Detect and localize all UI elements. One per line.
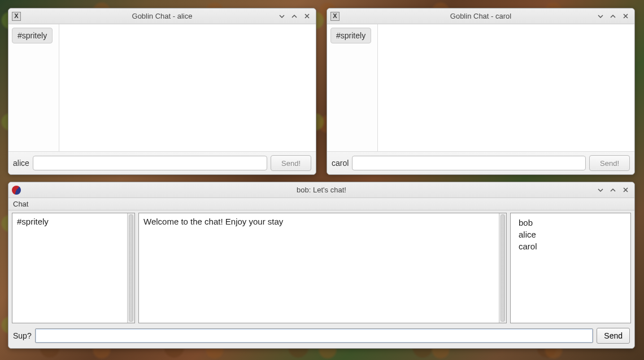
user-list-item[interactable]: carol	[515, 240, 626, 252]
chat-body: #spritely Welcome to the chat! Enjoy you…	[8, 210, 634, 324]
scrollbar[interactable]	[127, 213, 134, 323]
channel-list: #spritely	[8, 24, 59, 151]
message-panel: Welcome to the chat! Enjoy your stay	[138, 213, 507, 323]
menu-chat[interactable]: Chat	[13, 200, 28, 208]
window-carol: X Goblin Chat - carol #spritely carol Se…	[327, 8, 635, 175]
user-list-item[interactable]: alice	[515, 229, 626, 240]
titlebar-bob[interactable]: bob: Let's chat!	[8, 182, 634, 198]
window-title: Goblin Chat - alice	[8, 12, 316, 20]
chat-main: #spritely	[327, 24, 634, 151]
maximize-button[interactable]	[607, 11, 619, 21]
racket-icon	[12, 186, 21, 195]
send-button[interactable]: Send	[597, 328, 630, 344]
window-alice: X Goblin Chat - alice #spritely alice Se…	[8, 8, 316, 175]
chat-main: #spritely	[8, 24, 316, 151]
menu-bar: Chat	[8, 198, 634, 210]
username-label: carol	[332, 159, 349, 168]
welcome-message: Welcome to the chat! Enjoy your stay	[139, 213, 506, 230]
user-list-item[interactable]: bob	[515, 217, 626, 229]
titlebar-alice[interactable]: X Goblin Chat - alice	[8, 8, 316, 24]
x11-icon: X	[330, 12, 340, 21]
channel-spritely[interactable]: #spritely	[12, 213, 134, 230]
window-title: Goblin Chat - carol	[327, 12, 634, 20]
x11-icon: X	[12, 12, 21, 21]
close-button[interactable]	[301, 11, 312, 21]
compose-bar: carol Send!	[327, 151, 634, 174]
close-button[interactable]	[620, 11, 631, 21]
scrollbar-thumb[interactable]	[501, 214, 505, 322]
channel-panel: #spritely	[12, 213, 135, 323]
username-label: alice	[13, 159, 29, 168]
message-area	[378, 24, 634, 151]
message-input[interactable]	[35, 328, 594, 343]
scrollbar-thumb[interactable]	[129, 214, 133, 322]
user-panel: bob alice carol	[510, 213, 631, 323]
message-area	[59, 24, 316, 151]
compose-label: Sup?	[13, 331, 32, 340]
channel-spritely[interactable]: #spritely	[330, 28, 371, 43]
window-bob: bob: Let's chat! Chat #spritely Welcome …	[8, 182, 635, 349]
window-title: bob: Let's chat!	[8, 186, 634, 194]
channel-spritely[interactable]: #spritely	[12, 28, 53, 43]
minimize-button[interactable]	[595, 11, 606, 21]
compose-bar: alice Send!	[8, 151, 316, 174]
compose-bar: Sup? Send	[8, 324, 634, 348]
maximize-button[interactable]	[607, 185, 619, 195]
minimize-button[interactable]	[595, 185, 606, 195]
scrollbar[interactable]	[499, 213, 506, 323]
message-input[interactable]	[33, 156, 267, 170]
channel-list: #spritely	[327, 24, 378, 151]
message-input[interactable]	[352, 156, 586, 170]
send-button[interactable]: Send!	[589, 155, 630, 171]
maximize-button[interactable]	[289, 11, 300, 21]
send-button[interactable]: Send!	[271, 155, 311, 171]
close-button[interactable]	[620, 185, 631, 195]
minimize-button[interactable]	[276, 11, 288, 21]
titlebar-carol[interactable]: X Goblin Chat - carol	[327, 8, 634, 24]
